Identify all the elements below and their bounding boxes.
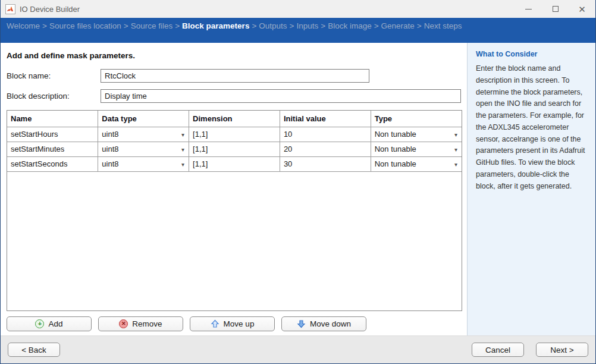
breadcrumb-item-outputs[interactable]: Outputs bbox=[259, 21, 287, 30]
sidebar-heading: What to Consider bbox=[476, 50, 588, 58]
column-header-dimension: Dimension bbox=[189, 111, 280, 127]
add-icon: + bbox=[35, 319, 44, 328]
table-action-buttons: + Add ✕ Remove Move up Mov bbox=[7, 316, 461, 331]
block-description-label: Block description: bbox=[7, 92, 101, 101]
table-row: setStartHours uint8▾ [1,1] 10 Non tunabl… bbox=[7, 127, 462, 142]
table-header-row: Name Data type Dimension Initial value T… bbox=[7, 111, 462, 127]
cell-data-type-dropdown[interactable]: uint8▾ bbox=[98, 156, 189, 171]
table-row: setStartMinutes uint8▾ [1,1] 20 Non tuna… bbox=[7, 142, 462, 156]
matlab-app-icon bbox=[5, 4, 15, 14]
breadcrumb-separator: > bbox=[374, 21, 379, 30]
column-header-data-type: Data type bbox=[98, 111, 189, 127]
remove-icon: ✕ bbox=[119, 319, 128, 328]
chevron-down-icon: ▾ bbox=[454, 131, 457, 137]
chevron-down-icon: ▾ bbox=[181, 146, 184, 152]
cell-initial-value[interactable]: 10 bbox=[280, 127, 371, 142]
breadcrumb-item-block-image[interactable]: Block image bbox=[328, 21, 372, 30]
breadcrumb-item-inputs[interactable]: Inputs bbox=[296, 21, 318, 30]
move-down-button[interactable]: Move down bbox=[281, 316, 366, 331]
maximize-icon bbox=[553, 6, 559, 12]
breadcrumb-item-next-steps[interactable]: Next steps bbox=[424, 21, 462, 30]
chevron-down-icon: ▾ bbox=[181, 161, 184, 167]
chevron-down-icon: ▾ bbox=[181, 131, 184, 137]
chevron-down-icon: ▾ bbox=[454, 161, 457, 167]
column-header-initial-value: Initial value bbox=[280, 111, 371, 127]
block-description-field[interactable] bbox=[101, 89, 461, 103]
block-description-row: Block description: bbox=[7, 89, 461, 103]
remove-button-label: Remove bbox=[132, 319, 162, 328]
arrow-down-icon bbox=[297, 319, 306, 328]
breadcrumb-separator: > bbox=[124, 21, 128, 30]
column-header-type: Type bbox=[371, 111, 462, 127]
help-sidebar: What to Consider Enter the block name an… bbox=[467, 43, 595, 335]
column-header-name: Name bbox=[7, 111, 98, 127]
breadcrumb-separator: > bbox=[417, 21, 422, 30]
breadcrumb-separator: > bbox=[290, 21, 294, 30]
cancel-button[interactable]: Cancel bbox=[472, 343, 524, 357]
parameters-table: Name Data type Dimension Initial value T… bbox=[7, 111, 462, 172]
cell-initial-value[interactable]: 30 bbox=[280, 156, 371, 171]
cell-type-dropdown[interactable]: Non tunable▾ bbox=[371, 156, 462, 171]
move-up-button[interactable]: Move up bbox=[190, 316, 275, 331]
block-name-row: Block name: bbox=[7, 69, 461, 83]
page-title: Add and define mask parameters. bbox=[7, 51, 461, 60]
breadcrumb-separator: > bbox=[175, 21, 180, 30]
add-button-label: Add bbox=[48, 319, 62, 328]
title-bar: IO Device Builder ✕ bbox=[1, 0, 595, 18]
close-icon: ✕ bbox=[578, 5, 586, 14]
cell-data-type-dropdown[interactable]: uint8▾ bbox=[98, 127, 189, 142]
cell-dimension[interactable]: [1,1] bbox=[189, 127, 280, 142]
cell-type-dropdown[interactable]: Non tunable▾ bbox=[371, 142, 462, 156]
minimize-icon bbox=[525, 9, 532, 10]
arrow-up-icon bbox=[211, 319, 219, 328]
maximize-button[interactable] bbox=[542, 0, 569, 18]
sidebar-help-text: Enter the block name and description in … bbox=[476, 63, 588, 192]
cell-data-type-dropdown[interactable]: uint8▾ bbox=[98, 142, 189, 156]
cell-initial-value[interactable]: 20 bbox=[280, 142, 371, 156]
remove-button[interactable]: ✕ Remove bbox=[98, 316, 183, 331]
cell-dimension[interactable]: [1,1] bbox=[189, 156, 280, 171]
parameters-table-container: Name Data type Dimension Initial value T… bbox=[7, 110, 462, 311]
move-down-button-label: Move down bbox=[310, 319, 351, 328]
add-button[interactable]: + Add bbox=[7, 316, 92, 331]
cell-name[interactable]: setStartMinutes bbox=[7, 142, 98, 156]
main-area: Add and define mask parameters. Block na… bbox=[1, 43, 595, 335]
footer-bar: < Back Cancel Next > bbox=[1, 335, 595, 363]
breadcrumb-separator: > bbox=[252, 21, 256, 30]
breadcrumb-separator: > bbox=[321, 21, 325, 30]
io-device-builder-window: IO Device Builder ✕ Welcome>Source files… bbox=[0, 0, 596, 364]
breadcrumb-item-source-files[interactable]: Source files bbox=[131, 21, 173, 30]
breadcrumb-separator: > bbox=[42, 21, 47, 30]
window-controls: ✕ bbox=[515, 0, 595, 18]
cell-type-dropdown[interactable]: Non tunable▾ bbox=[371, 127, 462, 142]
cell-name[interactable]: setStartSeconds bbox=[7, 156, 98, 171]
next-button[interactable]: Next > bbox=[536, 343, 588, 357]
window-title: IO Device Builder bbox=[20, 5, 80, 14]
table-row: setStartSeconds uint8▾ [1,1] 30 Non tuna… bbox=[7, 156, 462, 171]
breadcrumb: Welcome>Source files location>Source fil… bbox=[1, 18, 595, 43]
content-panel: Add and define mask parameters. Block na… bbox=[1, 43, 467, 335]
move-up-button-label: Move up bbox=[224, 319, 255, 328]
breadcrumb-item-welcome[interactable]: Welcome bbox=[7, 21, 40, 30]
minimize-button[interactable] bbox=[515, 0, 542, 18]
breadcrumb-item-block-parameters[interactable]: Block parameters bbox=[182, 21, 249, 30]
close-button[interactable]: ✕ bbox=[569, 0, 595, 18]
chevron-down-icon: ▾ bbox=[454, 146, 457, 152]
cell-dimension[interactable]: [1,1] bbox=[189, 142, 280, 156]
block-name-field[interactable] bbox=[101, 69, 369, 83]
breadcrumb-item-source-files-location[interactable]: Source files location bbox=[49, 21, 121, 30]
breadcrumb-item-generate[interactable]: Generate bbox=[381, 21, 415, 30]
cell-name[interactable]: setStartHours bbox=[7, 127, 98, 142]
back-button[interactable]: < Back bbox=[8, 343, 60, 357]
block-name-label: Block name: bbox=[7, 71, 101, 80]
footer-right-buttons: Cancel Next > bbox=[472, 343, 588, 357]
